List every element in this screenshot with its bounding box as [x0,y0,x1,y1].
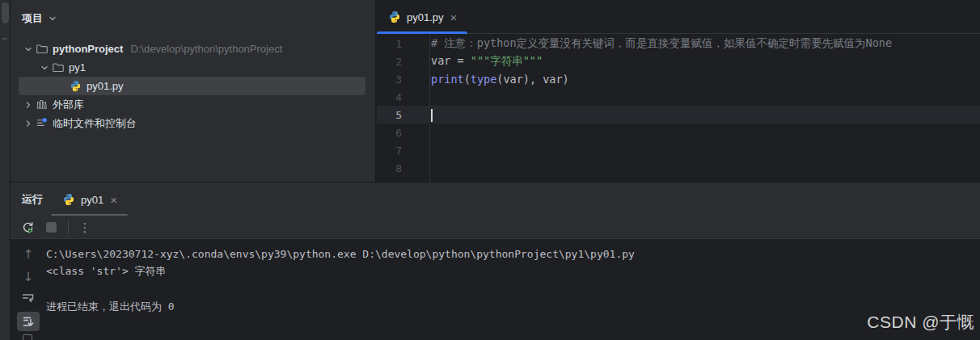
more-options-button[interactable]: ⋮ [75,217,95,237]
close-icon[interactable]: × [109,194,118,206]
stop-icon [46,222,57,233]
soft-wrap-button[interactable] [17,289,40,307]
code-editor[interactable]: 1 # 注意：python定义变量没有关键词，而是直接变量赋值，如果值不确定时需… [377,35,980,182]
line-number: 4 [377,91,429,103]
active-tab-underline [377,31,467,34]
chevron-down-icon [48,14,57,23]
code-row: 2 var = """字符串""" [377,52,980,70]
editor-tab-bar: py01.py × [377,0,980,34]
next-occurrence-button[interactable]: ↓ [17,268,40,286]
code-row: 8 [377,159,980,177]
stop-button[interactable] [41,217,61,237]
scroll-to-end-button[interactable] [17,312,40,331]
run-panel-title: 运行 [22,183,43,216]
code-row: 7 [377,141,980,159]
stripe-divider [2,38,7,40]
tree-row-pythonproject[interactable]: pythonProject D:\develop\python\pythonPr… [11,40,375,58]
tree-row-scratches[interactable]: 临时文件和控制台 [11,114,375,132]
console-line-exit: 进程已结束，退出代码为 0 [46,298,980,316]
rerun-button[interactable] [18,217,37,237]
editor-tab-label: py01.py [407,11,444,23]
run-toolbar: ⋮ [11,216,980,239]
code-string: """字符串""" [471,54,543,67]
console-line-command: C:\Users\20230712-xyz\.conda\envs\py39\p… [46,245,980,262]
project-panel: 项目 pythonProject D:\develop\python\pytho… [11,0,376,182]
project-panel-title: 项目 [22,11,43,26]
project-tool-window-button[interactable] [2,2,9,23]
tool-window-stripe [0,0,11,340]
console-output[interactable]: C:\Users\20230712-xyz\.conda\envs\py39\p… [46,245,980,316]
tree-row-py1[interactable]: py1 [11,58,375,77]
chevron-right-icon[interactable] [22,117,35,130]
code-plain: (var), var) [496,73,568,86]
editor-pane: py01.py × 1 # 注意：python定义变量没有关键词，而是直接变量赋… [377,0,980,182]
folder-label: py1 [69,61,86,73]
line-number: 5 [377,109,429,121]
library-icon [35,99,48,111]
code-plain: var = [431,54,471,67]
clear-console-button[interactable] [23,334,32,340]
chevron-right-icon[interactable] [22,99,35,111]
editor-tab-py01[interactable]: py01.py × [377,0,467,34]
project-root-path: D:\develop\python\pythonProject [130,43,282,55]
line-number: 6 [377,127,429,139]
console-icon-strip: ↑ ↓ [11,239,46,340]
line-number: 7 [377,145,429,157]
scratches-icon [35,117,48,130]
line-number: 2 [377,56,429,68]
tree-row-external-libraries[interactable]: 外部库 [11,95,375,114]
code-row: 6 [377,124,980,141]
code-comment: # 注意：python定义变量没有关键词，而是直接变量赋值，如果值不确定时需要先… [431,36,892,49]
tree-row-py01-selected[interactable]: py01.py [11,77,375,95]
run-tab-py01[interactable]: py01 × [51,183,128,216]
console-line-output: <class 'str'> 字符串 [46,262,980,280]
folder-icon [35,43,48,56]
arrow-down-icon: ↓ [23,270,34,284]
project-tree: pythonProject D:\develop\python\pythonPr… [11,40,375,132]
csdn-watermark: CSDN @于慨 [867,311,974,334]
run-console: ↑ ↓ C:\Users\20230712-xyz\.conda\envs\py… [11,239,980,340]
code-row-active: 5 [377,106,980,124]
code-row: 1 # 注意：python定义变量没有关键词，而是直接变量赋值，如果值不确定时需… [377,35,980,52]
kebab-icon: ⋮ [79,221,91,233]
line-number: 8 [377,162,429,174]
run-tab-label: py01 [81,194,103,206]
chevron-down-icon[interactable] [38,61,51,74]
code-row: 4 [377,88,980,106]
code-builtin: print [431,73,464,86]
project-panel-header[interactable]: 项目 [22,8,57,29]
arrow-up-icon: ↑ [23,247,34,262]
code-row: 3 print(type(var), var) [377,70,980,88]
python-file-icon [69,80,82,93]
console-line-blank [46,280,980,298]
folder-icon [51,61,64,74]
external-libs-label: 外部库 [53,98,84,112]
toolbar-separator [68,220,69,234]
python-file-icon [388,10,401,23]
line-number: 1 [377,38,429,50]
project-root-label: pythonProject [53,43,123,55]
line-number: 3 [377,73,429,86]
python-file-icon [62,193,75,206]
chevron-down-icon[interactable] [22,43,35,56]
code-builtin: type [471,73,497,86]
run-panel-header: 运行 py01 × [11,182,980,216]
code-plain: ( [464,73,471,86]
close-icon[interactable]: × [450,11,458,23]
scratches-label: 临时文件和控制台 [53,116,137,131]
text-caret [431,109,433,122]
prev-occurrence-button[interactable]: ↑ [17,246,40,263]
file-label: py01.py [87,80,124,92]
